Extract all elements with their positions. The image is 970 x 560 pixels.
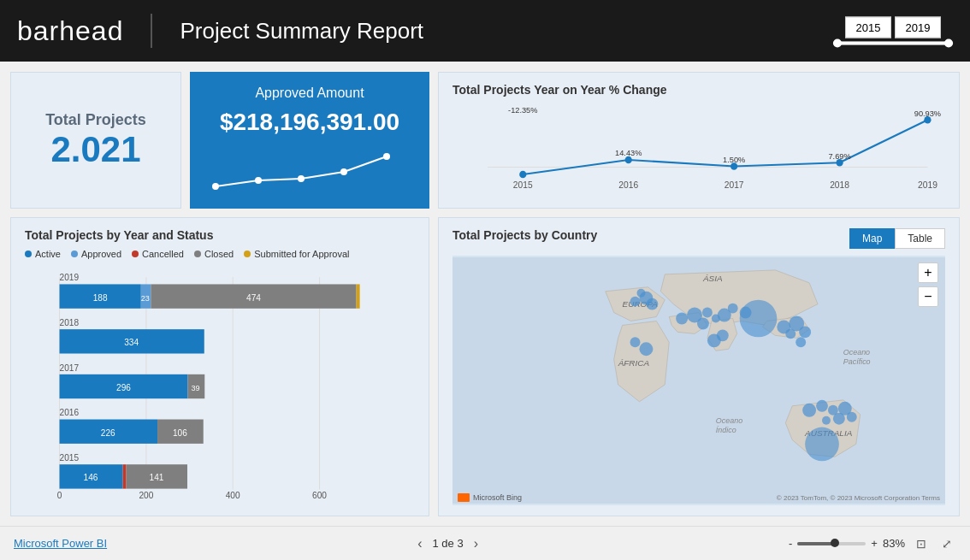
- svg-point-75: [728, 304, 738, 314]
- legend-cancelled: Cancelled: [132, 249, 184, 259]
- total-projects-value: 2.021: [50, 129, 140, 170]
- zoom-value: 83%: [883, 537, 905, 550]
- svg-text:Índico: Índico: [716, 426, 736, 434]
- zoom-controls: - + 83%: [789, 537, 905, 550]
- svg-text:474: 474: [246, 293, 261, 303]
- svg-point-73: [697, 318, 709, 330]
- approved-amount-value: $218,196,391.00: [207, 109, 412, 136]
- year-end-input[interactable]: 2019: [895, 17, 941, 38]
- yoy-title: Total Projects Year on Year % Change: [452, 83, 945, 97]
- legend-cancelled-dot: [132, 251, 139, 257]
- yoy-card: Total Projects Year on Year % Change: [438, 72, 960, 209]
- svg-rect-35: [357, 284, 360, 308]
- svg-text:Pacífico: Pacífico: [843, 357, 871, 366]
- map-toggle-map[interactable]: Map: [849, 228, 895, 249]
- svg-text:400: 400: [226, 491, 240, 500]
- legend-active-dot: [25, 251, 32, 257]
- svg-point-93: [630, 337, 641, 347]
- page-separator: de: [441, 537, 457, 550]
- svg-point-65: [630, 297, 641, 307]
- legend-active-label: Active: [35, 249, 61, 259]
- total-projects-card: Total Projects 2.021: [10, 72, 181, 209]
- year-filter[interactable]: 2015 2019: [833, 17, 953, 45]
- svg-point-81: [799, 326, 811, 338]
- svg-point-77: [740, 300, 778, 338]
- svg-point-94: [639, 342, 653, 356]
- svg-text:23: 23: [141, 294, 150, 303]
- svg-point-6: [519, 171, 526, 179]
- svg-point-71: [702, 308, 713, 318]
- svg-point-68: [646, 298, 658, 310]
- svg-point-88: [847, 412, 857, 422]
- svg-point-0: [212, 183, 219, 190]
- svg-text:106: 106: [173, 428, 187, 438]
- map-controls: + −: [918, 262, 938, 307]
- prev-page-button[interactable]: ‹: [417, 536, 422, 551]
- bing-attribution: Microsoft Bing: [458, 493, 522, 502]
- map-toggle-table[interactable]: Table: [895, 228, 945, 249]
- svg-text:600: 600: [312, 491, 327, 500]
- page-navigation: ‹ 1 de 3 ›: [417, 536, 478, 551]
- year-start-input[interactable]: 2015: [845, 17, 891, 38]
- fit-page-button[interactable]: ⊡: [912, 534, 931, 553]
- svg-text:2019: 2019: [918, 180, 937, 190]
- svg-point-92: [707, 333, 721, 347]
- svg-text:2019: 2019: [60, 273, 80, 282]
- svg-point-7: [625, 156, 632, 164]
- svg-text:Oceano: Oceano: [716, 416, 742, 425]
- svg-text:146: 146: [84, 473, 98, 482]
- svg-text:-12.35%: -12.35%: [508, 104, 538, 114]
- svg-text:200: 200: [139, 491, 153, 500]
- map-header: Total Projects by Country Map Table: [452, 228, 945, 249]
- svg-point-82: [796, 337, 806, 347]
- svg-point-1: [255, 177, 262, 184]
- bottom-row: Total Projects by Year and Status Active…: [10, 217, 960, 516]
- svg-text:2015: 2015: [513, 180, 533, 190]
- svg-text:2017: 2017: [725, 180, 744, 190]
- svg-point-4: [383, 153, 390, 160]
- svg-text:296: 296: [116, 383, 131, 392]
- svg-text:0: 0: [57, 491, 62, 500]
- svg-text:141: 141: [150, 473, 164, 482]
- zoom-out-button[interactable]: −: [918, 286, 938, 307]
- page-current: 1: [432, 537, 438, 550]
- map-card: Total Projects by Country Map Table: [438, 217, 960, 516]
- legend-closed-label: Closed: [204, 249, 234, 259]
- year-range-slider[interactable]: [833, 42, 953, 45]
- fullscreen-button[interactable]: ⤢: [937, 534, 956, 553]
- logo-area: barhead Project Summary Report: [17, 14, 423, 48]
- bar-chart-title: Total Projects by Year and Status: [25, 228, 415, 242]
- bar-chart-legend: Active Approved Cancelled Closed Submitt…: [25, 249, 415, 259]
- svg-text:2016: 2016: [618, 180, 638, 190]
- zoom-min-label[interactable]: -: [789, 537, 792, 550]
- report-title: Project Summary Report: [180, 18, 423, 44]
- svg-point-3: [340, 168, 347, 175]
- svg-text:2016: 2016: [60, 408, 80, 417]
- zoom-max-label[interactable]: +: [871, 537, 878, 550]
- svg-point-87: [833, 413, 845, 425]
- svg-text:1.50%: 1.50%: [723, 155, 746, 164]
- svg-point-67: [637, 289, 646, 298]
- legend-approved-dot: [71, 251, 78, 257]
- svg-point-89: [822, 416, 831, 425]
- legend-approved: Approved: [71, 249, 121, 259]
- svg-text:ÁSIA: ÁSIA: [702, 274, 723, 283]
- svg-text:2015: 2015: [60, 453, 80, 463]
- svg-point-90: [805, 427, 839, 462]
- approved-amount-card: Approved Amount $218,196,391.00: [190, 72, 429, 209]
- bing-logo: [458, 493, 470, 502]
- svg-text:2018: 2018: [830, 180, 849, 190]
- svg-text:ÁFRICA: ÁFRICA: [618, 358, 650, 368]
- yoy-chart-area: 2015 2016 2017 2018 2019 -12.35% 14.43% …: [452, 103, 945, 203]
- legend-approved-label: Approved: [81, 249, 121, 259]
- main-content: Total Projects 2.021 Approved Amount $21…: [0, 62, 970, 526]
- zoom-slider[interactable]: [797, 542, 866, 545]
- svg-text:334: 334: [124, 338, 139, 347]
- bing-label: Microsoft Bing: [473, 493, 522, 502]
- map-title: Total Projects by Country: [452, 228, 597, 242]
- legend-active: Active: [25, 249, 61, 259]
- zoom-in-button[interactable]: +: [918, 262, 938, 283]
- logo: barhead: [17, 15, 123, 47]
- powerbi-link[interactable]: Microsoft Power BI: [14, 537, 107, 550]
- next-page-button[interactable]: ›: [474, 536, 478, 551]
